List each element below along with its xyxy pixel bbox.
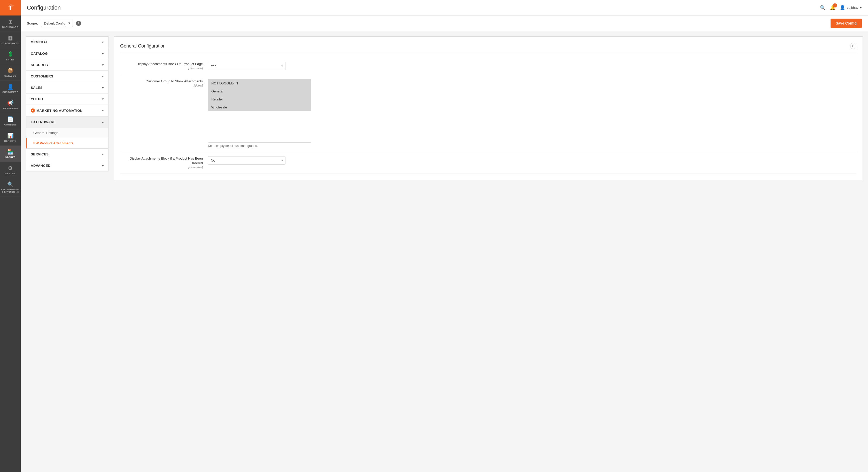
form-label-customer-group: Customer Group to Show Attachments [glob… [120, 79, 208, 88]
collapse-section-icon[interactable]: ⊙ [850, 43, 857, 49]
sales-icon: 💲 [7, 51, 14, 57]
notification-badge: 1 [833, 3, 837, 7]
save-config-button[interactable]: Save Config [831, 19, 862, 28]
accordion-header-advanced[interactable]: ADVANCED ▾ [26, 160, 108, 171]
sidebar-label-dashboard: DASHBOARD [2, 26, 19, 28]
sidebar-item-content[interactable]: 📄 CONTENT [0, 113, 21, 129]
multiselect-option-general[interactable]: General [208, 87, 311, 95]
accordion-arrow-services: ▾ [102, 153, 104, 156]
sidebar-item-sales[interactable]: 💲 SALES [0, 48, 21, 64]
accordion-sales: SALES ▾ [26, 82, 108, 93]
sidebar-item-dashboard[interactable]: ⊞ DASHBOARD [0, 15, 21, 32]
marketing-icon: 📢 [7, 100, 14, 106]
marketing-automation-icon: ● [31, 108, 35, 113]
sidebar-label-sales: SALES [6, 58, 15, 61]
form-row-customer-group: Customer Group to Show Attachments [glob… [120, 75, 857, 152]
extendware-icon: ▦ [8, 35, 13, 41]
svg-rect-3 [9, 6, 11, 10]
form-label-display-block: Display Attachments Block On Product Pag… [120, 62, 208, 70]
accordion-arrow-general: ▾ [102, 40, 104, 44]
right-panel: General Configuration ⊙ Display Attachme… [114, 36, 863, 180]
form-select-wrapper-display-ordered: No Yes ▾ [208, 156, 285, 165]
customers-icon: 👤 [7, 84, 14, 90]
accordion-yotpo: YOTPO ▾ [26, 93, 108, 105]
sidebar-label-extendware: EXTENDWARE [2, 42, 20, 45]
customer-group-multiselect[interactable]: NOT LOGGED IN General Retailer Wholesale [208, 79, 311, 143]
accordion-arrow-sales: ▾ [102, 86, 104, 90]
sidebar-label-reports: REPORTS [4, 140, 16, 142]
accordion-arrow-extendware: ▴ [102, 120, 104, 124]
sidebar-item-extendware[interactable]: ▦ EXTENDWARE [0, 32, 21, 48]
customer-group-hint: Keep empty for all customer groups. [208, 144, 857, 148]
accordion-marketing-automation: ● MARKETING AUTOMATION ▾ [26, 104, 108, 117]
notification-bell[interactable]: 🔔 1 [830, 5, 835, 10]
left-panel: GENERAL ▾ CATALOG ▾ SECURITY ▾ [26, 36, 108, 180]
accordion-services: SERVICES ▾ [26, 149, 108, 160]
sidebar-item-catalog[interactable]: 📦 CATALOG [0, 64, 21, 81]
scope-bar: Scope: Default Config ▼ ? Save Config [21, 15, 868, 31]
form-row-display-block: Display Attachments Block On Product Pag… [120, 58, 857, 75]
accordion-arrow-advanced: ▾ [102, 164, 104, 167]
accordion-header-yotpo[interactable]: YOTPO ▾ [26, 93, 108, 104]
sidebar: ⊞ DASHBOARD ▦ EXTENDWARE 💲 SALES 📦 CATAL… [0, 0, 21, 472]
sub-item-general-settings[interactable]: General Settings [26, 128, 108, 138]
sidebar-label-find-partners: FIND PARTNERS & EXTENSIONS [1, 188, 20, 193]
content-icon: 📄 [7, 116, 14, 122]
app-wrapper: ⊞ DASHBOARD ▦ EXTENDWARE 💲 SALES 📦 CATAL… [0, 0, 868, 472]
form-control-display-block: Yes No ▾ [208, 62, 857, 70]
accordion-header-extendware[interactable]: EXTENDWARE ▴ [26, 117, 108, 128]
magento-logo [0, 0, 21, 15]
accordion-arrow-security: ▾ [102, 63, 104, 67]
sidebar-label-content: CONTENT [4, 123, 17, 126]
multiselect-option-retailer[interactable]: Retailer [208, 95, 311, 103]
multiselect-option-not-logged-in[interactable]: NOT LOGGED IN [208, 79, 311, 87]
accordion-header-general[interactable]: GENERAL ▾ [26, 37, 108, 48]
section-title: General Configuration ⊙ [120, 43, 857, 53]
sidebar-label-marketing: MARKETING [3, 107, 18, 110]
accordion-customers: CUSTOMERS ▾ [26, 70, 108, 82]
accordion-header-sales[interactable]: SALES ▾ [26, 82, 108, 93]
accordion-sub-extendware: General Settings EW Product Attachments [26, 128, 108, 149]
stores-icon: 🏪 [7, 149, 14, 155]
sidebar-item-customers[interactable]: 👤 CUSTOMERS [0, 81, 21, 97]
accordion-security: SECURITY ▾ [26, 59, 108, 71]
top-header: Configuration 🔍 🔔 1 👤 vaibhav ▾ [21, 0, 868, 15]
display-ordered-select[interactable]: No Yes [208, 156, 285, 165]
user-menu[interactable]: 👤 vaibhav ▾ [840, 5, 862, 10]
user-name: vaibhav [847, 6, 859, 9]
sidebar-label-customers: CUSTOMERS [2, 91, 18, 93]
sidebar-item-reports[interactable]: 📊 REPORTS [0, 129, 21, 146]
display-block-select[interactable]: Yes No [208, 62, 285, 70]
sidebar-label-system: SYSTEM [5, 172, 16, 175]
accordion-header-security[interactable]: SECURITY ▾ [26, 59, 108, 70]
header-search-icon[interactable]: 🔍 [820, 5, 826, 10]
main-area: Configuration 🔍 🔔 1 👤 vaibhav ▾ Scope: D… [21, 0, 868, 472]
sidebar-item-stores[interactable]: 🏪 STORES [0, 146, 21, 162]
multiselect-option-wholesale[interactable]: Wholesale [208, 103, 311, 111]
accordion-header-catalog[interactable]: CATALOG ▾ [26, 48, 108, 59]
header-actions: 🔍 🔔 1 👤 vaibhav ▾ [820, 5, 862, 10]
find-partners-icon: 🔍 [7, 181, 14, 187]
accordion-arrow-customers: ▾ [102, 74, 104, 78]
page-title: Configuration [27, 4, 61, 11]
accordion-header-customers[interactable]: CUSTOMERS ▾ [26, 71, 108, 82]
form-label-display-ordered: Display Attachments Block if a Product H… [120, 156, 208, 170]
sub-item-ew-product-attachments[interactable]: EW Product Attachments [26, 138, 108, 149]
content-area: GENERAL ▾ CATALOG ▾ SECURITY ▾ [21, 31, 868, 472]
form-select-wrapper-display-block: Yes No ▾ [208, 62, 285, 70]
sidebar-item-find-partners[interactable]: 🔍 FIND PARTNERS & EXTENSIONS [0, 178, 21, 196]
catalog-icon: 📦 [7, 67, 14, 73]
accordion-header-marketing-automation[interactable]: ● MARKETING AUTOMATION ▾ [26, 105, 108, 116]
accordion-header-services[interactable]: SERVICES ▾ [26, 149, 108, 160]
sidebar-item-system[interactable]: ⚙ SYSTEM [0, 162, 21, 178]
dashboard-icon: ⊞ [8, 19, 13, 25]
accordion-catalog: CATALOG ▾ [26, 48, 108, 59]
accordion-arrow-catalog: ▾ [102, 52, 104, 56]
user-dropdown-arrow: ▾ [860, 6, 862, 9]
scope-select[interactable]: Default Config [41, 20, 73, 27]
accordion-arrow-yotpo: ▾ [102, 97, 104, 101]
accordion-extendware: EXTENDWARE ▴ General Settings EW Product… [26, 116, 108, 149]
sidebar-item-marketing[interactable]: 📢 MARKETING [0, 97, 21, 113]
form-row-display-ordered: Display Attachments Block if a Product H… [120, 152, 857, 174]
help-icon[interactable]: ? [76, 21, 81, 26]
